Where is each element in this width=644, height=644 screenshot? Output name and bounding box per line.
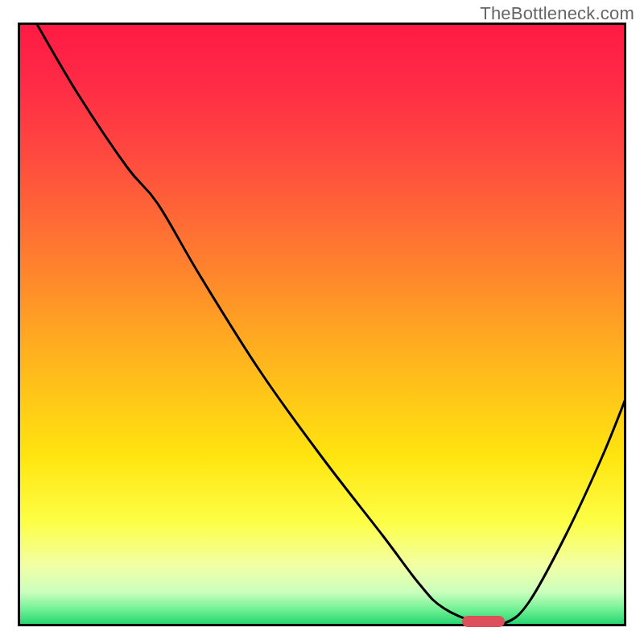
plot-area (18, 23, 626, 626)
gradient-background (19, 24, 625, 625)
optimal-range-marker (462, 616, 505, 627)
watermark-text: TheBottleneck.com (480, 3, 634, 24)
chart-container: TheBottleneck.com (0, 0, 644, 644)
plot-svg (18, 23, 626, 626)
